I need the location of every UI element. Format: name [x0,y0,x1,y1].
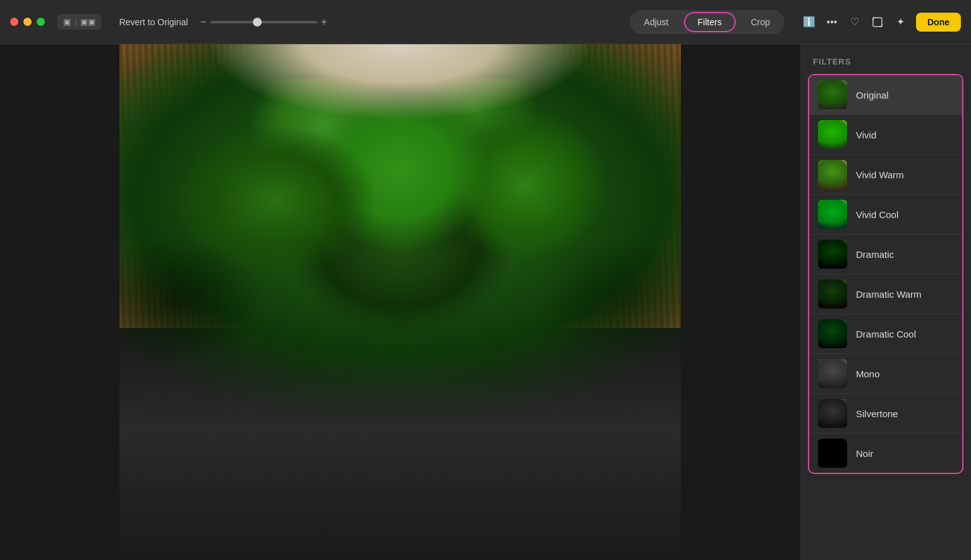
nav-tabs: Adjust Filters Crop [630,10,785,34]
fullscreen-button[interactable] [37,18,45,26]
filter-label-silvertone: Silvertone [856,408,898,419]
magic-icon[interactable]: ✦ [893,15,907,29]
photo-overlay [119,44,681,560]
filters-header: FILTERS [800,44,971,74]
filter-label-dramatic: Dramatic [856,249,894,260]
filters-list: OriginalVividVivid WarmVivid CoolDramati… [808,74,963,474]
filter-item-dramatic[interactable]: Dramatic [809,234,962,274]
revert-button[interactable]: Revert to Original [114,15,193,30]
traffic-lights [10,18,45,26]
brightness-slider-thumb[interactable] [253,18,262,27]
filter-label-mono: Mono [856,368,880,379]
more-icon[interactable]: ••• [825,15,839,29]
filter-thumb-silvertone [818,399,847,428]
filter-item-dramatic-cool[interactable]: Dramatic Cool [809,314,962,354]
tab-adjust[interactable]: Adjust [632,12,681,32]
tab-filters[interactable]: Filters [684,12,736,32]
filter-label-dramatic-cool: Dramatic Cool [856,329,916,339]
brightness-slider-track[interactable] [211,21,317,23]
minimize-button[interactable] [23,18,32,26]
info-icon[interactable]: ℹ️ [802,15,816,29]
filter-item-noir[interactable]: Noir [809,434,962,473]
filter-label-vivid-warm: Vivid Warm [856,169,904,180]
filter-label-noir: Noir [856,448,874,459]
main-content: FILTERS OriginalVividVivid WarmVivid Coo… [0,44,971,560]
photo-background [119,44,681,560]
resize-icon[interactable] [870,15,884,29]
done-button[interactable]: Done [916,13,961,32]
image-canvas [0,44,800,560]
brightness-slider-container: − + [200,16,327,28]
close-button[interactable] [10,18,18,26]
filter-label-dramatic-warm: Dramatic Warm [856,289,922,300]
toolbar: ▣ | ▣▣ Revert to Original − + Adjust Fil… [0,0,971,44]
filter-thumb-mono [818,359,847,388]
filter-item-silvertone[interactable]: Silvertone [809,394,962,434]
filter-thumb-vivid-warm [818,160,847,189]
svg-rect-0 [873,18,882,27]
filter-thumb-vivid-cool [818,200,847,229]
filter-item-original[interactable]: Original [809,75,962,115]
photo-container [119,44,681,560]
heart-icon[interactable]: ♡ [848,15,862,29]
filter-thumb-dramatic-warm [818,279,847,308]
view-toggle: ▣ | ▣▣ [58,14,101,30]
slider-decrease-button[interactable]: − [200,16,206,28]
filter-label-vivid: Vivid [856,130,876,140]
filter-thumb-noir [818,439,847,468]
filter-label-vivid-cool: Vivid Cool [856,209,898,220]
view-single-icon[interactable]: ▣ [61,16,73,28]
filter-item-vivid-cool[interactable]: Vivid Cool [809,195,962,234]
filter-item-dramatic-warm[interactable]: Dramatic Warm [809,274,962,314]
filter-thumb-original [818,80,847,109]
filter-thumb-dramatic [818,240,847,269]
filter-thumb-vivid [818,120,847,149]
filters-sidebar: FILTERS OriginalVividVivid WarmVivid Coo… [800,44,971,560]
filter-item-vivid[interactable]: Vivid [809,115,962,155]
filter-item-mono[interactable]: Mono [809,354,962,394]
tab-crop[interactable]: Crop [738,12,783,32]
filter-thumb-dramatic-cool [818,319,847,348]
view-compare-icon[interactable]: ▣▣ [78,16,98,28]
filter-label-original: Original [856,90,889,100]
filter-item-vivid-warm[interactable]: Vivid Warm [809,155,962,195]
toolbar-right: ℹ️ ••• ♡ ✦ Done [802,13,961,32]
slider-increase-button[interactable]: + [321,16,327,28]
